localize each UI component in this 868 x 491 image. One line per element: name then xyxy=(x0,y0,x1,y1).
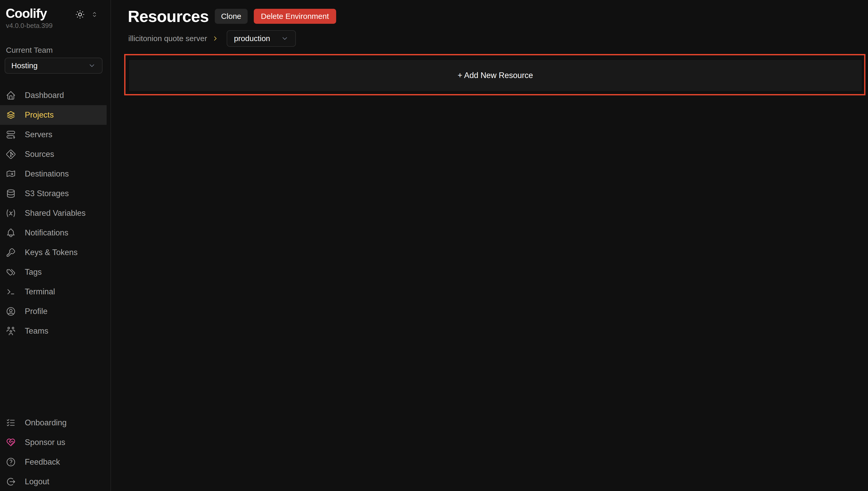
sidebar-item-label: Destinations xyxy=(25,169,69,179)
sidebar: Coolify v4.0.0-beta.399 Current Team Hos… xyxy=(0,0,111,491)
home-icon xyxy=(6,90,16,100)
environment-select-value: production xyxy=(234,34,270,43)
sidebar-item-servers[interactable]: Servers xyxy=(0,125,106,144)
environment-select[interactable]: production xyxy=(227,30,296,47)
sun-icon[interactable] xyxy=(75,9,85,20)
key-icon xyxy=(6,247,16,258)
tags-icon xyxy=(6,267,16,277)
sidebar-item-label: Notifications xyxy=(25,228,68,237)
sidebar-item-shared-variables[interactable]: Shared Variables xyxy=(0,203,106,223)
database-icon xyxy=(6,189,16,199)
user-circle-icon xyxy=(6,306,16,317)
sidebar-item-teams[interactable]: Teams xyxy=(0,321,106,341)
map-x-icon xyxy=(6,169,16,179)
sidebar-item-label: Feedback xyxy=(25,457,60,467)
sidebar-item-keys-tokens[interactable]: Keys & Tokens xyxy=(0,243,106,262)
sidebar-footer-nav: Onboarding Sponsor us Feedback xyxy=(0,413,111,491)
server-bolt-icon xyxy=(6,129,16,140)
breadcrumb-project-link[interactable]: illicitonion quote server xyxy=(128,34,207,43)
logo-icons xyxy=(75,9,98,20)
sidebar-item-label: Profile xyxy=(25,307,48,316)
users-group-icon xyxy=(6,326,16,336)
sidebar-item-s3-storages[interactable]: S3 Storages xyxy=(0,184,106,203)
sidebar-item-dashboard[interactable]: Dashboard xyxy=(0,86,106,105)
sidebar-item-profile[interactable]: Profile xyxy=(0,301,106,321)
logo-row: Coolify xyxy=(0,0,111,21)
sidebar-item-label: Sources xyxy=(25,150,54,159)
chevron-down-icon xyxy=(281,35,289,42)
git-icon xyxy=(6,149,16,160)
sidebar-item-label: Projects xyxy=(25,110,54,120)
bell-icon xyxy=(6,228,16,238)
sidebar-item-destinations[interactable]: Destinations xyxy=(0,164,106,184)
sidebar-item-label: S3 Storages xyxy=(25,189,69,198)
sidebar-nav: Dashboard Projects Servers xyxy=(0,86,111,341)
prompt-icon xyxy=(6,287,16,297)
page-title: Resources xyxy=(128,7,209,25)
sidebar-item-label: Terminal xyxy=(25,287,55,296)
sidebar-item-feedback[interactable]: Feedback xyxy=(0,452,106,472)
sidebar-item-onboarding[interactable]: Onboarding xyxy=(0,413,106,433)
sidebar-item-label: Teams xyxy=(25,326,48,336)
help-circle-icon xyxy=(6,457,16,467)
selector-icon[interactable] xyxy=(91,11,98,18)
logout-icon xyxy=(6,476,16,487)
sidebar-item-label: Servers xyxy=(25,130,53,139)
current-team-label: Current Team xyxy=(0,46,111,55)
page-header: Resources Clone Delete Environment xyxy=(128,7,868,25)
sidebar-item-label: Logout xyxy=(25,477,49,486)
sidebar-item-terminal[interactable]: Terminal xyxy=(0,282,106,301)
sidebar-item-tags[interactable]: Tags xyxy=(0,262,106,282)
app-version: v4.0.0-beta.399 xyxy=(0,22,111,30)
sidebar-item-sponsor-us[interactable]: Sponsor us xyxy=(0,433,106,452)
app-logo: Coolify xyxy=(6,6,47,21)
add-new-resource-button[interactable]: + Add New Resource xyxy=(128,59,862,92)
stack-icon xyxy=(6,110,16,120)
list-check-icon xyxy=(6,417,16,428)
sidebar-item-logout[interactable]: Logout xyxy=(0,472,106,491)
sidebar-item-label: Shared Variables xyxy=(25,208,86,218)
sidebar-item-projects[interactable]: Projects xyxy=(0,105,106,125)
team-select-value: Hosting xyxy=(11,61,38,70)
heart-handshake-icon xyxy=(6,437,16,447)
breadcrumb: illicitonion quote server production xyxy=(128,30,868,47)
sidebar-item-label: Sponsor us xyxy=(25,438,65,447)
sidebar-item-label: Dashboard xyxy=(25,91,64,100)
annotation-highlight-box: + Add New Resource xyxy=(124,54,865,95)
sidebar-item-sources[interactable]: Sources xyxy=(0,144,106,164)
clone-button[interactable]: Clone xyxy=(215,9,247,24)
chevron-down-icon xyxy=(88,62,96,69)
chevron-right-icon xyxy=(212,35,219,42)
team-select[interactable]: Hosting xyxy=(5,58,102,74)
delete-environment-button[interactable]: Delete Environment xyxy=(254,9,336,24)
variable-icon xyxy=(6,208,16,219)
sidebar-item-label: Onboarding xyxy=(25,418,67,427)
sidebar-item-label: Keys & Tokens xyxy=(25,248,78,257)
sidebar-item-notifications[interactable]: Notifications xyxy=(0,223,106,243)
sidebar-item-label: Tags xyxy=(25,267,41,277)
